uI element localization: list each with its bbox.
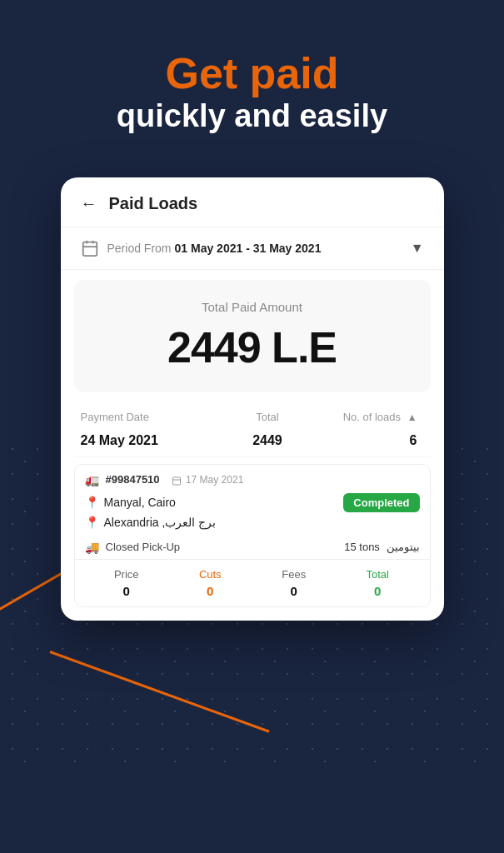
payment-date-value: 24 May 2021 xyxy=(81,433,231,448)
col-header-total: Total xyxy=(230,411,305,423)
load-date: 17 May 2021 xyxy=(172,474,244,486)
price-breakdown: Price 0 Cuts 0 Fees 0 Total 0 xyxy=(75,559,430,606)
load-routes: 📍 Manyal, Cairo Completed 📍 Alexandria ,… xyxy=(75,490,430,536)
cuts-value: 0 xyxy=(168,584,252,598)
load-id: #99847510 xyxy=(106,473,160,486)
price-col: Price 0 xyxy=(85,568,169,598)
truck-small-icon: 🚛 xyxy=(85,473,99,486)
period-dropdown-icon[interactable]: ▼ xyxy=(411,241,424,256)
total-paid-label: Total Paid Amount xyxy=(91,300,414,314)
svg-rect-4 xyxy=(172,477,180,485)
truck-weight: 15 tons بيتومين xyxy=(344,541,419,553)
total-paid-amount: 2449 L.E xyxy=(91,322,414,372)
total-value: 0 xyxy=(336,584,420,598)
truck-icon: 🚚 xyxy=(85,541,99,554)
hero-title-line1: Get paid xyxy=(17,50,487,97)
total-col: Total 0 xyxy=(336,568,420,598)
period-filter-row[interactable]: Period From 01 May 2021 - 31 May 2021 ▼ xyxy=(61,227,444,270)
destination-icon: 📍 xyxy=(85,516,99,529)
destination-row: 📍 Alexandria ,برج العرب xyxy=(85,516,420,529)
payment-row[interactable]: 24 May 2021 2449 6 xyxy=(74,428,431,457)
fees-col: Fees 0 xyxy=(252,568,337,598)
origin-row: 📍 Manyal, Cairo Completed xyxy=(85,493,420,512)
destination-text: Alexandria ,برج العرب xyxy=(104,516,420,529)
fees-value: 0 xyxy=(252,584,337,598)
status-badge: Completed xyxy=(343,493,419,512)
hero-title-line2: quickly and easily xyxy=(17,97,487,136)
price-value: 0 xyxy=(85,584,169,598)
load-detail-card: 🚛 #99847510 17 May 2021 📍 Manyal, Cairo … xyxy=(74,464,431,607)
sort-icon[interactable]: ▲ xyxy=(407,412,417,423)
svg-rect-0 xyxy=(82,242,97,256)
price-label: Price xyxy=(85,568,169,581)
payment-loads-value: 6 xyxy=(305,433,424,448)
payments-section: Payment Date Total No. of loads ▲ 24 May… xyxy=(61,402,444,621)
card-header: ← Paid Loads xyxy=(61,177,444,227)
back-button[interactable]: ← xyxy=(81,194,97,213)
fees-label: Fees xyxy=(252,568,337,581)
total-paid-section: Total Paid Amount 2449 L.E xyxy=(74,280,431,392)
table-header-row: Payment Date Total No. of loads ▲ xyxy=(74,402,431,428)
origin-icon: 📍 xyxy=(85,496,99,509)
period-dates: 01 May 2021 - 31 May 2021 xyxy=(175,242,411,255)
main-card: ← Paid Loads Period From 01 May 2021 - 3… xyxy=(61,177,444,621)
total-label: Total xyxy=(336,568,420,581)
cuts-label: Cuts xyxy=(168,568,252,581)
calendar-icon xyxy=(81,239,99,257)
truck-info-row: 🚚 Closed Pick-Up 15 tons بيتومين xyxy=(75,536,430,559)
page-title: Paid Loads xyxy=(109,194,198,213)
period-prefix: Period From xyxy=(107,242,172,255)
truck-type: Closed Pick-Up xyxy=(106,541,338,553)
cuts-col: Cuts 0 xyxy=(168,568,252,598)
origin-text: Manyal, Cairo xyxy=(104,496,339,509)
hero-section: Get paid quickly and easily xyxy=(0,0,504,161)
payment-total-value: 2449 xyxy=(230,433,305,448)
col-header-date: Payment Date xyxy=(81,411,231,423)
col-header-loads: No. of loads ▲ xyxy=(305,411,424,423)
load-detail-header: 🚛 #99847510 17 May 2021 xyxy=(75,465,430,490)
